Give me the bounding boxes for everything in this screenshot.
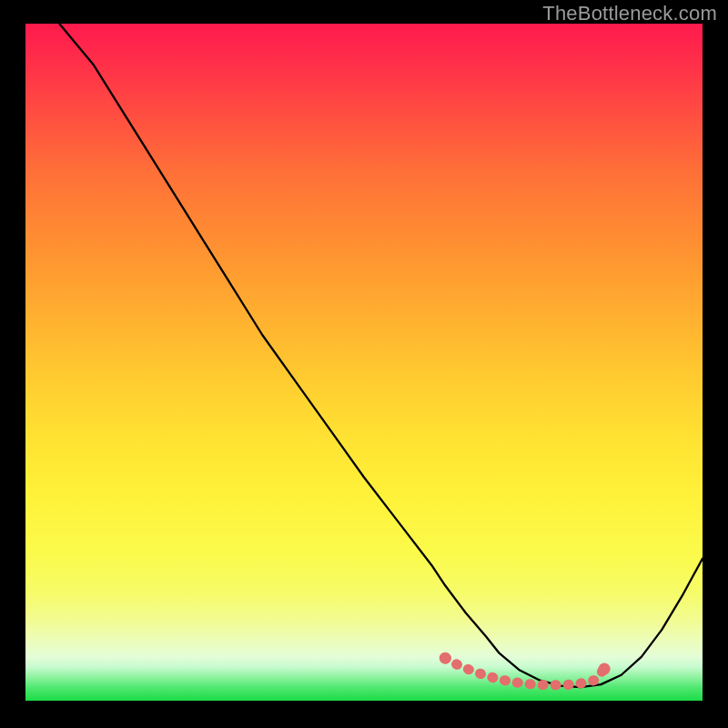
valley-markers (445, 658, 604, 685)
plot-area (25, 24, 703, 701)
curve-line (59, 24, 703, 687)
watermark-text: TheBottleneck.com (542, 2, 717, 25)
chart-container: TheBottleneck.com (0, 0, 728, 728)
valley-marker-end (599, 663, 611, 675)
plot-svg (25, 24, 703, 701)
valley-marker-end (440, 652, 451, 664)
